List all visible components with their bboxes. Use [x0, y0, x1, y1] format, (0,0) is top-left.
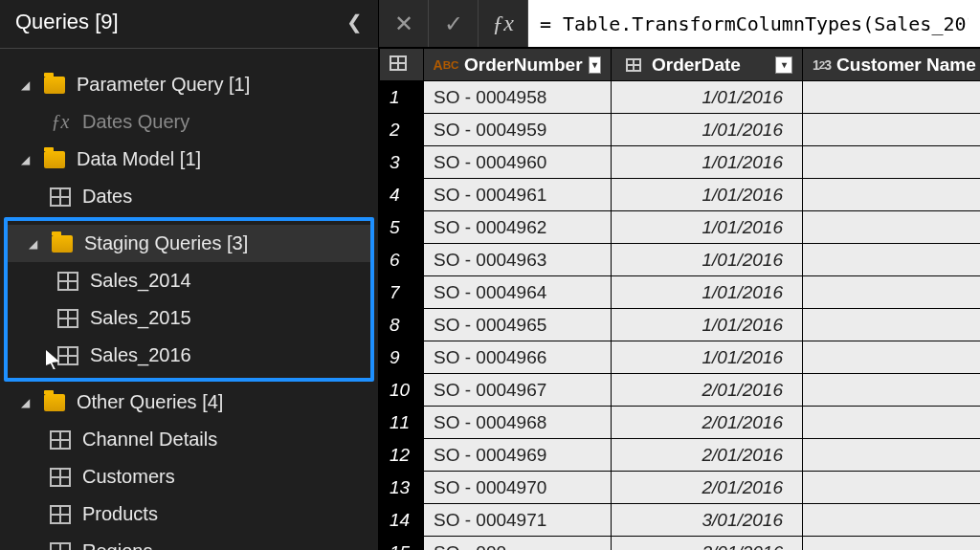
cell-customer[interactable]	[803, 341, 981, 374]
row-number[interactable]: 13	[380, 472, 424, 504]
row-number[interactable]: 5	[380, 211, 424, 244]
cell-orderdate[interactable]: 2/01/2016	[612, 439, 803, 472]
cell-ordernumber[interactable]: SO - 0004971	[424, 504, 612, 537]
expander-icon[interactable]: ◢	[21, 153, 33, 166]
table-row[interactable]: 4SO - 00049611/01/2016	[380, 179, 981, 211]
query-group[interactable]: ◢Other Queries [4]	[0, 384, 378, 421]
select-all-corner[interactable]	[380, 49, 424, 81]
row-number[interactable]: 4	[380, 179, 424, 211]
cell-ordernumber[interactable]: SO - 0004966	[424, 341, 612, 374]
formula-input[interactable]	[528, 0, 980, 47]
cell-orderdate[interactable]: 1/01/2016	[612, 114, 803, 146]
cell-orderdate[interactable]: 1/01/2016	[612, 81, 803, 114]
table-row[interactable]: 5SO - 00049621/01/2016	[380, 211, 981, 244]
fx-icon[interactable]: ƒx	[479, 0, 528, 47]
query-item[interactable]: Regions	[0, 533, 378, 550]
query-item[interactable]: Sales_2014	[8, 262, 370, 299]
cell-ordernumber[interactable]: SO - 0004968	[424, 407, 612, 439]
cell-customer[interactable]	[803, 472, 981, 504]
cell-orderdate[interactable]: 1/01/2016	[612, 244, 803, 276]
cell-ordernumber[interactable]: SO - 0004970	[424, 472, 612, 504]
query-group[interactable]: ◢Parameter Query [1]	[0, 66, 378, 103]
table-row[interactable]: 13SO - 00049702/01/2016	[380, 472, 981, 504]
row-number[interactable]: 1	[380, 81, 424, 114]
row-number[interactable]: 14	[380, 504, 424, 537]
row-number[interactable]: 7	[380, 276, 424, 309]
cell-ordernumber[interactable]: SO - 0004964	[424, 276, 612, 309]
row-number[interactable]: 15	[380, 537, 424, 551]
cell-orderdate[interactable]: 2/01/2016	[612, 374, 803, 407]
query-item[interactable]: Sales_2016	[8, 337, 370, 374]
cell-customer[interactable]	[803, 114, 981, 146]
table-row[interactable]: 11SO - 00049682/01/2016	[380, 407, 981, 439]
cell-ordernumber[interactable]: SO - 0004962	[424, 211, 612, 244]
cell-ordernumber[interactable]: SO - 0004963	[424, 244, 612, 276]
table-row[interactable]: 8SO - 00049651/01/2016	[380, 309, 981, 341]
cell-ordernumber[interactable]: SO - 0004967	[424, 374, 612, 407]
cell-customer[interactable]	[803, 439, 981, 472]
cell-customer[interactable]	[803, 374, 981, 407]
cell-orderdate[interactable]: 1/01/2016	[612, 341, 803, 374]
query-item[interactable]: ƒxDates Query	[0, 103, 378, 141]
query-item[interactable]: Dates	[0, 178, 378, 215]
table-row[interactable]: 2SO - 00049591/01/2016	[380, 114, 981, 146]
column-header[interactable]: 123Customer Name Inc▾	[803, 49, 981, 81]
cell-orderdate[interactable]: 1/01/2016	[612, 211, 803, 244]
cancel-formula-button[interactable]: ✕	[379, 0, 429, 47]
table-row[interactable]: 10SO - 00049672/01/2016	[380, 374, 981, 407]
table-row[interactable]: 14SO - 00049713/01/2016	[380, 504, 981, 537]
query-item[interactable]: Products	[0, 495, 378, 533]
row-number[interactable]: 3	[380, 146, 424, 179]
table-row[interactable]: 15SO - 0003/01/2016	[380, 537, 981, 551]
cell-ordernumber[interactable]: SO - 000	[424, 537, 612, 551]
query-group[interactable]: ◢Data Model [1]	[0, 141, 378, 178]
expander-icon[interactable]: ◢	[29, 237, 40, 251]
cell-customer[interactable]	[803, 146, 981, 179]
table-row[interactable]: 1SO - 00049581/01/2016	[380, 81, 981, 114]
row-number[interactable]: 2	[380, 114, 424, 146]
expander-icon[interactable]: ◢	[21, 78, 33, 92]
table-row[interactable]: 6SO - 00049631/01/2016	[380, 244, 981, 276]
row-number[interactable]: 11	[380, 407, 424, 439]
table-row[interactable]: 7SO - 00049641/01/2016	[380, 276, 981, 309]
cell-ordernumber[interactable]: SO - 0004961	[424, 179, 612, 211]
collapse-chevron-icon[interactable]: ❮	[346, 11, 363, 33]
cell-customer[interactable]	[803, 276, 981, 309]
row-number[interactable]: 10	[380, 374, 424, 407]
cell-orderdate[interactable]: 3/01/2016	[612, 504, 803, 537]
cell-customer[interactable]	[803, 309, 981, 341]
query-group[interactable]: ◢Staging Queries [3]	[8, 225, 370, 262]
column-header[interactable]: ABCOrderNumber▾	[424, 49, 612, 81]
query-item[interactable]: Customers	[0, 458, 378, 495]
cell-orderdate[interactable]: 2/01/2016	[612, 407, 803, 439]
cell-orderdate[interactable]: 1/01/2016	[612, 276, 803, 309]
cell-orderdate[interactable]: 1/01/2016	[612, 309, 803, 341]
table-row[interactable]: 12SO - 00049692/01/2016	[380, 439, 981, 472]
cell-customer[interactable]	[803, 537, 981, 551]
expander-icon[interactable]: ◢	[21, 396, 33, 409]
row-number[interactable]: 6	[380, 244, 424, 276]
cell-customer[interactable]	[803, 244, 981, 276]
cell-ordernumber[interactable]: SO - 0004960	[424, 146, 612, 179]
row-number[interactable]: 9	[380, 341, 424, 374]
query-item[interactable]: Channel Details	[0, 421, 378, 458]
filter-dropdown-icon[interactable]: ▾	[775, 56, 792, 74]
cell-customer[interactable]	[803, 504, 981, 537]
filter-dropdown-icon[interactable]: ▾	[589, 56, 601, 74]
cell-customer[interactable]	[803, 81, 981, 114]
commit-formula-button[interactable]: ✓	[429, 0, 479, 47]
table-row[interactable]: 9SO - 00049661/01/2016	[380, 341, 981, 374]
cell-ordernumber[interactable]: SO - 0004959	[424, 114, 612, 146]
cell-ordernumber[interactable]: SO - 0004965	[424, 309, 612, 341]
cell-customer[interactable]	[803, 407, 981, 439]
cell-orderdate[interactable]: 3/01/2016	[612, 537, 803, 551]
cell-orderdate[interactable]: 1/01/2016	[612, 179, 803, 211]
column-header[interactable]: OrderDate▾	[612, 49, 803, 81]
row-number[interactable]: 12	[380, 439, 424, 472]
cell-ordernumber[interactable]: SO - 0004969	[424, 439, 612, 472]
table-row[interactable]: 3SO - 00049601/01/2016	[380, 146, 981, 179]
cell-customer[interactable]	[803, 211, 981, 244]
cell-ordernumber[interactable]: SO - 0004958	[424, 81, 612, 114]
row-number[interactable]: 8	[380, 309, 424, 341]
cell-orderdate[interactable]: 1/01/2016	[612, 146, 803, 179]
